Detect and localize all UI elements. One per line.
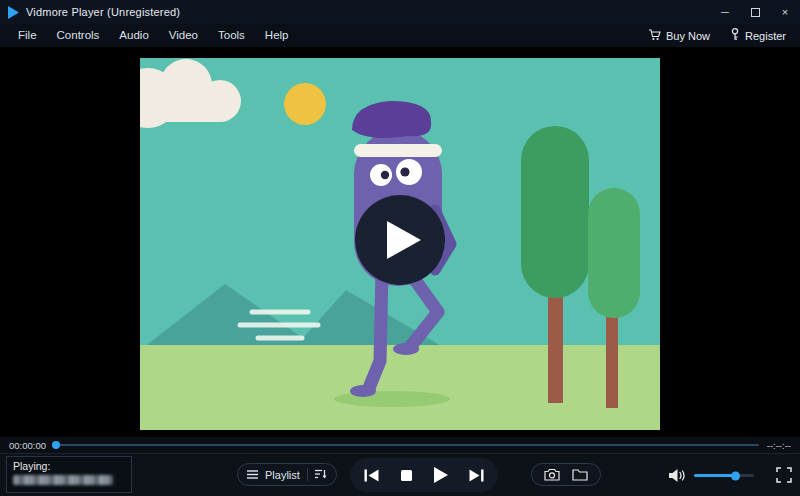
- volume-icon[interactable]: [668, 468, 686, 483]
- register-label: Register: [745, 30, 786, 42]
- window-title: Vidmore Player (Unregistered): [26, 6, 180, 18]
- play-button[interactable]: [428, 462, 454, 488]
- playlist-button[interactable]: Playlist: [237, 463, 337, 486]
- menu-tools[interactable]: Tools: [208, 24, 255, 47]
- video-area[interactable]: [0, 47, 800, 437]
- video-frame[interactable]: [140, 58, 660, 430]
- seek-row: 00:00:00 --:--:--: [0, 437, 800, 453]
- menu-audio[interactable]: Audio: [109, 24, 158, 47]
- seek-handle[interactable]: [52, 441, 60, 449]
- control-bar: Playing: Playlist: [0, 453, 800, 496]
- volume-handle[interactable]: [731, 471, 740, 480]
- open-folder-button[interactable]: [572, 468, 588, 481]
- time-elapsed: 00:00:00: [9, 440, 46, 451]
- play-icon: [387, 221, 421, 259]
- playlist-icon: [247, 469, 258, 481]
- now-playing-box: Playing:: [6, 456, 132, 493]
- buy-now-label: Buy Now: [666, 30, 710, 42]
- volume-group: [668, 454, 754, 496]
- app-logo-icon: [8, 6, 19, 19]
- menu-file[interactable]: File: [8, 24, 47, 47]
- maximize-button[interactable]: [740, 0, 770, 24]
- transport-controls: [350, 458, 498, 492]
- playlist-label: Playlist: [265, 469, 300, 481]
- cart-icon: [648, 29, 661, 43]
- register-button[interactable]: Register: [730, 28, 786, 43]
- seek-slider[interactable]: [54, 444, 759, 446]
- time-remaining: --:--:--: [767, 440, 791, 451]
- next-button[interactable]: [463, 462, 489, 488]
- volume-fill: [694, 474, 735, 477]
- now-playing-label: Playing:: [13, 460, 125, 472]
- playlist-divider: [307, 468, 308, 481]
- volume-slider[interactable]: [694, 474, 754, 477]
- app-window: Vidmore Player (Unregistered) ─ × File C…: [0, 0, 800, 496]
- stop-button[interactable]: [394, 462, 420, 488]
- menu-video[interactable]: Video: [159, 24, 208, 47]
- minimize-button[interactable]: ─: [710, 0, 740, 24]
- menu-help[interactable]: Help: [255, 24, 299, 47]
- window-controls: ─ ×: [710, 0, 800, 24]
- previous-button[interactable]: [359, 462, 385, 488]
- buy-now-button[interactable]: Buy Now: [648, 29, 710, 43]
- play-overlay-button[interactable]: [355, 195, 445, 285]
- snapshot-camera-button[interactable]: [544, 468, 560, 481]
- key-icon: [730, 28, 740, 43]
- fullscreen-button[interactable]: [776, 467, 792, 483]
- menubar-actions: Buy Now Register: [648, 28, 792, 43]
- menu-controls[interactable]: Controls: [47, 24, 110, 47]
- capture-group: [531, 463, 601, 486]
- close-button[interactable]: ×: [770, 0, 800, 24]
- menubar: File Controls Audio Video Tools Help Buy…: [0, 24, 800, 47]
- titlebar: Vidmore Player (Unregistered) ─ ×: [0, 0, 800, 24]
- now-playing-filename: [13, 475, 113, 485]
- sort-order-icon[interactable]: [315, 469, 327, 481]
